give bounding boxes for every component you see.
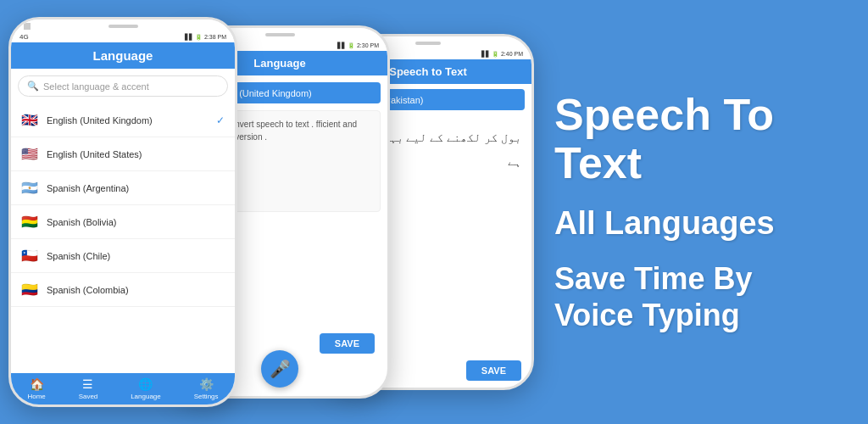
lang-name: English (United Kingdom) bbox=[47, 115, 153, 126]
list-item[interactable]: 🇨🇴 Spanish (Colombia) bbox=[11, 273, 235, 307]
signal-label: 4G bbox=[19, 33, 29, 41]
check-icon: ✓ bbox=[216, 114, 225, 126]
speaker-bar bbox=[108, 25, 138, 28]
flag-icon: 🇬🇧 bbox=[21, 112, 38, 128]
flag-icon: 🇦🇷 bbox=[21, 180, 38, 196]
list-item[interactable]: 🇦🇷 Spanish (Argentina) bbox=[11, 171, 235, 205]
camera-dot bbox=[24, 23, 31, 30]
signal-icon: ▋▋ bbox=[185, 34, 193, 41]
saved-icon: ☰ bbox=[82, 377, 93, 391]
nav-language-label: Language bbox=[131, 393, 161, 400]
status-icons: ▋▋ 🔋 2:38 PM bbox=[185, 34, 226, 41]
phone3-header-text: Speech to Text bbox=[389, 65, 467, 78]
status-bar-1: 4G ▋▋ 🔋 2:38 PM bbox=[11, 31, 235, 42]
phone-1: 4G ▋▋ 🔋 2:38 PM Language 🔍 Select langua… bbox=[8, 17, 237, 407]
time-label-3: 2:40 PM bbox=[501, 51, 523, 57]
save-button-3[interactable]: SAVE bbox=[466, 360, 521, 381]
list-item[interactable]: 🇺🇸 English (United States) bbox=[11, 137, 235, 171]
tagline-line1: Save Time By bbox=[554, 261, 752, 296]
language-icon: 🌐 bbox=[138, 377, 153, 391]
phone1-header: Language bbox=[11, 42, 235, 69]
nav-home[interactable]: 🏠 Home bbox=[27, 377, 45, 400]
lang-name: English (United States) bbox=[47, 149, 142, 159]
flag-icon: 🇨🇱 bbox=[21, 248, 38, 264]
subtitle: All Languages bbox=[554, 204, 843, 243]
nav-home-label: Home bbox=[27, 393, 45, 400]
nav-saved-label: Saved bbox=[79, 393, 98, 400]
phone1-header-text: Language bbox=[93, 48, 153, 63]
lang-name: Spanish (Chile) bbox=[47, 251, 110, 261]
main-title: Speech To Text bbox=[554, 91, 843, 187]
battery-icon-2: 🔋 bbox=[348, 42, 355, 49]
nav-settings[interactable]: ⚙️ Settings bbox=[194, 377, 219, 400]
signal-icon-3: ▋▋ bbox=[481, 51, 490, 58]
save-button-2[interactable]: SAVE bbox=[320, 333, 375, 354]
tagline: Save Time By Voice Typing bbox=[554, 260, 843, 333]
nav-settings-label: Settings bbox=[194, 393, 219, 400]
flag-icon: 🇧🇴 bbox=[21, 214, 38, 230]
list-item[interactable]: 🇧🇴 Spanish (Bolivia) bbox=[11, 205, 235, 239]
speaker-bar-3 bbox=[415, 42, 441, 45]
speaker-bar-2 bbox=[265, 33, 295, 36]
tagline-line2: Voice Typing bbox=[554, 298, 740, 332]
lang-name: Spanish (Colombia) bbox=[47, 285, 129, 295]
bottom-nav: 🏠 Home ☰ Saved 🌐 Language ⚙️ Settings bbox=[11, 373, 235, 404]
signal-icon-2: ▋▋ bbox=[337, 42, 346, 49]
search-icon: 🔍 bbox=[27, 81, 39, 92]
settings-icon: ⚙️ bbox=[199, 377, 214, 391]
lang-name: Spanish (Bolivia) bbox=[47, 217, 117, 227]
nav-saved[interactable]: ☰ Saved bbox=[79, 377, 98, 400]
list-item[interactable]: 🇬🇧 English (United Kingdom) ✓ bbox=[11, 103, 235, 137]
battery-icon-3: 🔋 bbox=[492, 51, 499, 58]
nav-language[interactable]: 🌐 Language bbox=[131, 377, 161, 400]
time-label: 2:38 PM bbox=[204, 34, 226, 40]
time-label-2: 2:30 PM bbox=[357, 42, 379, 48]
status-icons-2: ▋▋ 🔋 2:30 PM bbox=[337, 42, 379, 49]
home-icon: 🏠 bbox=[30, 377, 44, 391]
search-bar[interactable]: 🔍 Select language & accent bbox=[18, 75, 228, 97]
status-icons-3: ▋▋ 🔋 2:40 PM bbox=[481, 51, 523, 58]
right-text-panel: Speech To Text All Languages Save Time B… bbox=[554, 0, 843, 424]
list-item[interactable]: 🇨🇱 Spanish (Chile) bbox=[11, 239, 235, 273]
phones-area: 4G ▋▋ 🔋 2:38 PM Language 🔍 Select langua… bbox=[0, 0, 593, 424]
flag-icon: 🇨🇴 bbox=[21, 282, 38, 298]
mic-icon: 🎤 bbox=[270, 359, 291, 379]
lang-name: Spanish (Argentina) bbox=[47, 183, 129, 193]
phone2-header-text: Language bbox=[253, 57, 305, 70]
language-list: 🇬🇧 English (United Kingdom) ✓ 🇺🇸 English… bbox=[11, 103, 235, 307]
mic-button[interactable]: 🎤 bbox=[261, 350, 298, 388]
search-placeholder: Select language & accent bbox=[43, 81, 149, 92]
flag-icon: 🇺🇸 bbox=[21, 146, 38, 162]
battery-icon: 🔋 bbox=[195, 34, 203, 41]
